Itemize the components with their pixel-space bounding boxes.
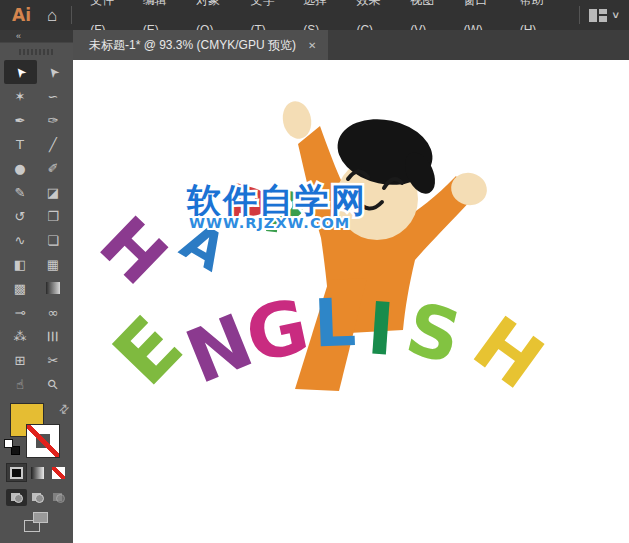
mesh-icon: ▩: [14, 282, 26, 295]
perspective-grid-icon: ▦: [47, 258, 59, 271]
illustrator-window: Ai ⌂ 文件(F) 编辑(E) 对象(O) 文字(T) 选择(S) 效果(C)…: [0, 0, 629, 543]
free-transform-icon: ❏: [47, 234, 59, 247]
paintbrush-tool[interactable]: ✐: [37, 156, 70, 180]
eraser-tool[interactable]: ◪: [37, 180, 70, 204]
blend-icon: ∞: [48, 306, 59, 319]
pen-icon: ✒: [15, 114, 26, 127]
letter-s: S: [398, 286, 469, 380]
color-button[interactable]: [6, 463, 27, 482]
gradient-swatch-icon: [31, 467, 44, 479]
happy-english-artwork[interactable]: H A P P E N G L I S H 软件自学网 WWW.RJZXW.CO…: [73, 60, 629, 543]
line-segment-tool[interactable]: ╱: [37, 132, 70, 156]
tools-grid: ➤ ➤ ✶ ∽ ✒ ✑ T ╱ ● ✐ ✎ ◪ ↺ ❐ ∿ ❏ ◧ ▦ ▩ ⊸ …: [0, 60, 73, 396]
color-icon: [10, 467, 23, 479]
panel-collapse-icon[interactable]: «: [0, 30, 73, 43]
scale-icon: ❐: [47, 210, 59, 223]
zoom-icon: ⚲: [45, 376, 61, 392]
document-tab-title: 未标题-1* @ 93.3% (CMYK/GPU 预览): [89, 37, 296, 54]
curvature-pen-icon: ✑: [48, 114, 59, 127]
stroke-color-swatch[interactable]: [26, 424, 60, 458]
pencil-tool[interactable]: ✎: [4, 180, 37, 204]
gradient-tool[interactable]: [37, 276, 70, 300]
width-icon: ∿: [15, 234, 26, 247]
rotate-tool[interactable]: ↺: [4, 204, 37, 228]
curvature-tool[interactable]: ✑: [37, 108, 70, 132]
type-icon: T: [16, 138, 24, 151]
paint-style-buttons: [6, 463, 69, 482]
menu-divider: [579, 6, 580, 24]
slice-icon: ✂: [48, 354, 59, 367]
menu-divider: [71, 6, 72, 24]
column-graph-tool[interactable]: ☰: [37, 324, 70, 348]
app-logo: Ai: [12, 5, 31, 25]
pen-tool[interactable]: ✒: [4, 108, 37, 132]
document-tab[interactable]: 未标题-1* @ 93.3% (CMYK/GPU 预览) ✕: [73, 30, 328, 60]
pencil-icon: ✎: [15, 186, 26, 199]
home-icon[interactable]: ⌂: [47, 7, 57, 24]
direct-selection-tool[interactable]: ➤: [37, 60, 70, 84]
artboard-icon: ⊞: [15, 354, 26, 367]
free-transform-tool[interactable]: ❏: [37, 228, 70, 252]
rotate-icon: ↺: [15, 210, 26, 223]
magic-wand-icon: ✶: [15, 90, 26, 103]
eyedropper-tool[interactable]: ⊸: [4, 300, 37, 324]
drawing-mode-buttons: [6, 489, 69, 506]
document-canvas[interactable]: H A P P E N G L I S H 软件自学网 WWW.RJZXW.CO…: [73, 60, 629, 543]
magic-wand-tool[interactable]: ✶: [4, 84, 37, 108]
watermark-title: 软件自学网: [186, 180, 367, 220]
symbol-sprayer-icon: ⁂: [14, 330, 27, 343]
perspective-grid-tool[interactable]: ▦: [37, 252, 70, 276]
eraser-icon: ◪: [47, 186, 59, 199]
letter-h2: H: [458, 300, 559, 406]
close-icon[interactable]: ✕: [308, 40, 316, 51]
hand-icon: ☝: [16, 378, 24, 391]
column-graph-icon: ☰: [47, 330, 60, 342]
selection-cursor-icon: ➤: [12, 64, 29, 81]
none-button[interactable]: [48, 463, 69, 482]
shape-builder-tool[interactable]: ◧: [4, 252, 37, 276]
gradient-button[interactable]: [27, 463, 48, 482]
menu-bar: Ai ⌂ 文件(F) 编辑(E) 对象(O) 文字(T) 选择(S) 效果(C)…: [0, 0, 629, 30]
blend-tool[interactable]: ∞: [37, 300, 70, 324]
document-tab-bar: 未标题-1* @ 93.3% (CMYK/GPU 预览) ✕: [73, 30, 629, 60]
selection-tool[interactable]: ➤: [4, 60, 37, 84]
slice-tool[interactable]: ✂: [37, 348, 70, 372]
hand-tool[interactable]: ☝: [4, 372, 37, 396]
symbol-sprayer-tool[interactable]: ⁂: [4, 324, 37, 348]
width-tool[interactable]: ∿: [4, 228, 37, 252]
letter-i: I: [365, 286, 398, 372]
letter-h1: H: [84, 201, 183, 301]
lasso-tool[interactable]: ∽: [37, 84, 70, 108]
gradient-icon: [46, 282, 60, 294]
zoom-tool[interactable]: ⚲: [37, 372, 70, 396]
lasso-icon: ∽: [48, 90, 59, 103]
ellipse-icon: ●: [14, 162, 25, 175]
workspace-switcher-icon[interactable]: [589, 9, 607, 22]
letter-l: L: [313, 284, 358, 362]
ellipse-tool[interactable]: ●: [4, 156, 37, 180]
artboard-tool[interactable]: ⊞: [4, 348, 37, 372]
direct-selection-cursor-icon: ➤: [45, 64, 62, 81]
mesh-tool[interactable]: ▩: [4, 276, 37, 300]
swap-fill-stroke-icon[interactable]: ⇄: [55, 400, 72, 417]
draw-inside-button[interactable]: [48, 489, 69, 506]
none-slash-icon: [27, 425, 59, 457]
tools-panel: « ➤ ➤ ✶ ∽ ✒ ✑ T ╱ ● ✐ ✎ ◪ ↺ ❐ ∿ ❏ ◧ ▦ ▩ …: [0, 30, 73, 543]
paintbrush-icon: ✐: [48, 162, 59, 175]
eyedropper-icon: ⊸: [15, 306, 26, 319]
letter-e: E: [96, 299, 201, 403]
none-icon: [52, 467, 65, 479]
panel-grip[interactable]: [0, 43, 73, 60]
draw-normal-button[interactable]: [6, 489, 27, 506]
shape-builder-icon: ◧: [14, 258, 26, 271]
watermark-url: WWW.RJZXW.COM: [189, 215, 350, 231]
chevron-down-icon[interactable]: ˅: [613, 9, 619, 21]
draw-behind-button[interactable]: [27, 489, 48, 506]
scale-tool[interactable]: ❐: [37, 204, 70, 228]
type-tool[interactable]: T: [4, 132, 37, 156]
default-fill-stroke-icon[interactable]: [4, 439, 20, 455]
screen-mode-icon[interactable]: [24, 512, 48, 532]
line-icon: ╱: [49, 138, 57, 151]
